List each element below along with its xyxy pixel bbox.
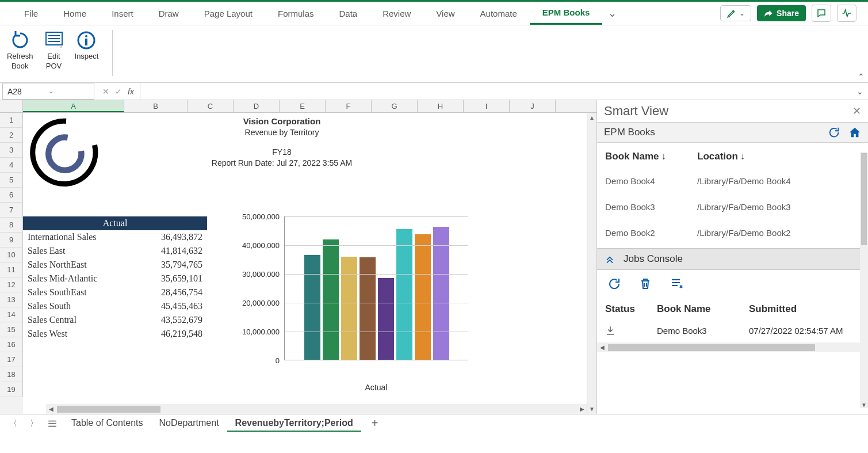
analyze-button[interactable] (837, 5, 856, 22)
tab-epm-books[interactable]: EPM Books (530, 2, 603, 25)
formula-input[interactable] (140, 83, 852, 100)
book-row[interactable]: Demo Book3/Library/Fa/Demo Book3 (605, 194, 860, 220)
tab-automate[interactable]: Automate (468, 2, 530, 25)
books-header: Book Name ↓ Location ↓ (597, 143, 868, 168)
scroll-left-icon[interactable]: ◀ (46, 406, 56, 412)
inspect-button[interactable]: Inspect (75, 30, 99, 62)
col-job-book-name[interactable]: Book Name (657, 303, 749, 315)
refresh-panel-icon[interactable] (828, 126, 840, 139)
row-header[interactable]: 8 (0, 218, 23, 233)
refresh-jobs-icon[interactable] (607, 277, 621, 291)
tab-insert[interactable]: Insert (99, 2, 146, 25)
tab-draw[interactable]: Draw (146, 2, 192, 25)
row-header[interactable]: 1 (0, 113, 23, 128)
accept-icon[interactable]: ✓ (115, 87, 122, 96)
row-header[interactable]: 12 (0, 277, 23, 292)
add-sheet-icon[interactable]: + (367, 417, 383, 430)
row-header[interactable]: 9 (0, 233, 23, 248)
vertical-scrollbar[interactable]: ▲ ▼ (587, 113, 596, 414)
collapse-ribbon-icon[interactable]: ⌃ (858, 72, 865, 81)
delete-job-icon[interactable] (638, 277, 652, 291)
pencil-icon (726, 8, 737, 18)
row-header[interactable]: 11 (0, 262, 23, 277)
smart-view-panel: Smart View ✕ EPM Books Book Name ↓ Locat… (596, 100, 868, 414)
book-row[interactable]: Demo Book2/Library/Fa/Demo Book2 (605, 220, 860, 246)
col-submitted[interactable]: Submitted (749, 303, 797, 315)
column-header[interactable]: F (326, 100, 372, 112)
sheet-content[interactable]: Vision Corporation Revenue by Territory … (23, 113, 596, 414)
row-header[interactable]: 17 (0, 352, 23, 367)
jobs-console-bar[interactable]: Jobs Console (597, 248, 868, 270)
all-sheets-icon[interactable] (47, 418, 58, 429)
collapse-jobs-icon[interactable] (604, 253, 615, 265)
row-header[interactable]: 15 (0, 322, 23, 337)
close-panel-icon[interactable]: ✕ (852, 105, 861, 117)
ribbon-more-icon[interactable]: ⌄ (602, 7, 622, 20)
scroll-thumb[interactable] (861, 153, 867, 245)
row-header[interactable]: 14 (0, 307, 23, 322)
panel-horizontal-scrollbar[interactable]: ◀ ▶ (597, 342, 868, 352)
row-header[interactable]: 6 (0, 188, 23, 203)
cancel-icon[interactable]: ✕ (102, 87, 109, 96)
fx-icon[interactable]: fx (128, 87, 134, 96)
home-icon[interactable] (848, 126, 861, 139)
expand-formula-icon[interactable]: ⌄ (852, 87, 868, 96)
row-header[interactable]: 18 (0, 367, 23, 382)
scroll-down-icon[interactable]: ▼ (860, 402, 868, 408)
panel-vertical-scrollbar[interactable]: ▼ (860, 152, 868, 408)
row-header[interactable]: 3 (0, 143, 23, 158)
row-header[interactable]: 2 (0, 128, 23, 143)
edit-pov-button[interactable]: Edit POV (44, 30, 64, 71)
refresh-book-button[interactable]: Refresh Book (7, 30, 33, 71)
scroll-thumb[interactable] (608, 344, 815, 351)
row-header[interactable]: 5 (0, 173, 23, 188)
col-book-name[interactable]: Book Name ↓ (605, 151, 697, 162)
tab-review[interactable]: Review (370, 2, 423, 25)
tab-page-layout[interactable]: Page Layout (192, 2, 265, 25)
book-row[interactable]: Demo Book4/Library/Fa/Demo Book4 (605, 168, 860, 194)
svg-rect-6 (85, 39, 87, 45)
column-header[interactable]: I (464, 100, 510, 112)
sheet-tab[interactable]: Table of Contents (63, 416, 151, 432)
tab-file[interactable]: File (12, 2, 51, 25)
comments-button[interactable] (812, 5, 831, 22)
next-sheet-icon[interactable]: 〉 (26, 418, 41, 429)
scroll-down-icon[interactable]: ▼ (587, 404, 596, 414)
editing-mode-button[interactable]: ⌄ (720, 5, 751, 21)
jobs-list: Demo Book307/27/2022 02:54:57 AM (597, 321, 868, 340)
job-row[interactable]: Demo Book307/27/2022 02:54:57 AM (597, 321, 868, 340)
column-header[interactable]: A (23, 100, 124, 112)
column-header[interactable]: D (234, 100, 280, 112)
column-header[interactable]: H (418, 100, 464, 112)
col-status[interactable]: Status (605, 303, 657, 315)
row-header[interactable]: 13 (0, 292, 23, 307)
clear-jobs-icon[interactable] (670, 277, 683, 291)
prev-sheet-icon[interactable]: 〈 (6, 418, 21, 429)
row-header[interactable]: 16 (0, 337, 23, 352)
horizontal-scrollbar[interactable]: ◀ ▶ (46, 404, 587, 414)
share-button[interactable]: Share (757, 5, 806, 21)
select-all-corner[interactable] (0, 100, 23, 112)
column-header[interactable]: E (280, 100, 326, 112)
row-header[interactable]: 4 (0, 158, 23, 173)
column-header[interactable]: C (188, 100, 234, 112)
job-status[interactable] (605, 325, 657, 336)
tab-home[interactable]: Home (51, 2, 99, 25)
column-header[interactable]: B (124, 100, 188, 112)
name-box[interactable]: A28 ⌄ (2, 83, 94, 100)
tab-data[interactable]: Data (326, 2, 370, 25)
row-header[interactable]: 19 (0, 382, 23, 397)
row-header[interactable]: 10 (0, 248, 23, 262)
tab-formulas[interactable]: Formulas (265, 2, 327, 25)
scroll-left-icon[interactable]: ◀ (597, 344, 607, 351)
column-header[interactable]: G (372, 100, 418, 112)
tab-view[interactable]: View (423, 2, 467, 25)
scroll-right-icon[interactable]: ▶ (577, 406, 587, 412)
column-header[interactable]: J (510, 100, 556, 112)
scroll-up-icon[interactable]: ▲ (587, 113, 596, 123)
sheet-tab[interactable]: NoDepartment (151, 416, 227, 432)
col-location[interactable]: Location ↓ (697, 151, 745, 162)
sheet-tab[interactable]: RevenuebyTerritory;Period (227, 416, 361, 432)
row-header[interactable]: 7 (0, 203, 23, 218)
scroll-thumb[interactable] (57, 406, 160, 413)
